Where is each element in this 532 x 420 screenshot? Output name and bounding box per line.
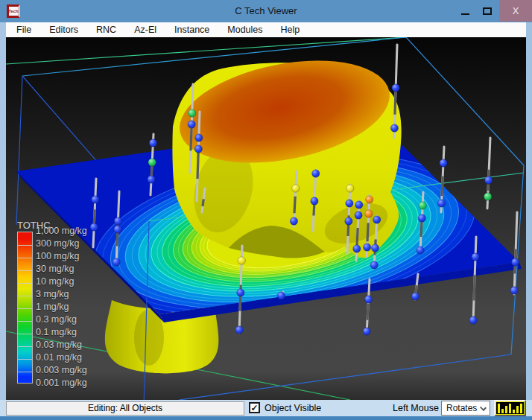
histogram-icon	[495, 401, 525, 415]
sample-sphere-green	[148, 159, 156, 166]
menu-item-instance[interactable]: Instance	[174, 25, 209, 35]
sample-sphere-blue	[353, 245, 361, 252]
sample-sphere-blue	[363, 328, 370, 335]
legend-tick	[18, 296, 32, 296]
sample-sphere-blue	[345, 217, 352, 225]
minimize-button[interactable]	[455, 0, 475, 22]
close-button[interactable]: X	[499, 0, 532, 22]
left-mouse-label: Left Mouse	[393, 403, 439, 413]
checkmark-icon: ✓	[250, 404, 258, 413]
sample-sphere-blue	[370, 261, 378, 269]
sample-sphere-blue	[469, 316, 477, 324]
menu-item-azel[interactable]: Az-El	[134, 25, 156, 35]
legend-tick	[18, 245, 32, 246]
borehole-segment	[357, 228, 358, 246]
sample-sphere-blue	[373, 216, 381, 223]
legend-tick	[18, 359, 32, 360]
legend-label: 0.1 mg/kg	[36, 327, 77, 337]
sample-sphere-blue	[312, 170, 320, 177]
legend-label: 0.03 mg/kg	[36, 340, 82, 350]
sample-sphere-yellow	[346, 185, 354, 192]
sample-sphere-blue	[114, 217, 121, 225]
legend-label: 0.01 mg/kg	[36, 352, 82, 363]
object-visible-checkbox[interactable]: ✓	[249, 402, 260, 413]
sample-sphere-blue	[92, 196, 99, 203]
sample-sphere-blue	[235, 326, 243, 334]
sample-sphere-blue	[194, 145, 202, 153]
window-title: C Tech Viewer	[0, 0, 532, 22]
app-window: Tech C Tech Viewer X FileEditorsRNCAz-El…	[0, 0, 532, 420]
sample-sphere-yellow	[238, 257, 245, 264]
legend-tick	[18, 308, 32, 309]
sample-sphere-blue	[277, 292, 285, 299]
sample-sphere-blue	[511, 258, 519, 266]
sample-sphere-blue	[437, 200, 445, 207]
sample-sphere-blue	[371, 244, 379, 252]
sample-sphere-blue	[237, 289, 244, 296]
borehole-segment	[416, 285, 417, 293]
sample-sphere-blue	[114, 226, 121, 233]
close-icon: X	[513, 5, 519, 16]
3d-viewport[interactable]: TOTHC 1,000 mg/kg300 mg/kg100 mg/kg30 mg…	[6, 37, 526, 400]
legend-tick	[18, 334, 32, 334]
scene-canvas[interactable]	[6, 37, 526, 400]
sample-sphere-green	[484, 193, 491, 200]
borehole-segment	[367, 304, 368, 320]
menu-item-editors[interactable]: Editors	[49, 25, 78, 35]
sample-sphere-blue	[188, 121, 195, 128]
legend-label: 300 mg/kg	[36, 238, 79, 249]
window-frame-right	[526, 22, 532, 417]
chevron-down-icon	[480, 404, 487, 411]
borehole-segment	[197, 152, 198, 179]
sample-sphere-blue	[390, 124, 398, 132]
sample-sphere-blue	[149, 139, 156, 147]
window-frame-left	[0, 22, 6, 417]
title-bar[interactable]: Tech C Tech Viewer X	[0, 0, 532, 22]
status-bar: Editing: All Objects ✓ Object Visible Le…	[0, 400, 532, 416]
sample-sphere-blue	[364, 296, 372, 303]
menu-item-help[interactable]: Help	[281, 25, 300, 35]
sample-sphere-blue	[363, 244, 370, 251]
sample-sphere-blue	[484, 176, 492, 184]
menu-item-file[interactable]: File	[16, 25, 31, 35]
borehole-segment	[442, 176, 443, 196]
sample-sphere-orange	[365, 210, 373, 217]
borehole-segment	[203, 199, 203, 206]
sample-sphere-yellow	[292, 185, 300, 192]
legend-tick	[18, 270, 32, 271]
sample-sphere-blue	[418, 214, 425, 222]
borehole	[277, 292, 285, 299]
legend-label: 100 mg/kg	[36, 251, 79, 261]
legend-label: 10 mg/kg	[36, 276, 74, 287]
maximize-icon	[483, 7, 492, 15]
sample-sphere-blue	[311, 197, 318, 205]
legend-tick	[18, 283, 32, 284]
legend-label: 0.3 mg/kg	[36, 314, 77, 325]
legend-colorbar	[17, 232, 33, 384]
minimize-icon	[461, 13, 469, 15]
menu-bar: FileEditorsRNCAz-ElInstanceModulesHelp	[6, 22, 526, 37]
sample-sphere-blue	[411, 293, 419, 300]
menu-item-rnc[interactable]: RNC	[96, 25, 116, 35]
mouse-mode-dropdown[interactable]: Rotates	[441, 401, 490, 416]
menu-item-modules[interactable]: Modules	[227, 25, 262, 35]
sample-sphere-orange	[366, 196, 373, 203]
histogram-tool-button[interactable]	[494, 400, 526, 416]
sample-sphere-blue	[510, 287, 518, 294]
borehole-segment	[474, 275, 475, 300]
mouse-mode-value: Rotates	[446, 403, 477, 413]
maximize-button[interactable]	[477, 0, 498, 22]
legend-tick	[18, 346, 32, 347]
sample-sphere-blue	[417, 246, 424, 254]
sample-sphere-blue	[290, 217, 297, 225]
sample-sphere-blue	[346, 200, 353, 207]
editing-scope-button[interactable]: Editing: All Objects	[6, 401, 244, 416]
sample-sphere-blue	[440, 159, 447, 167]
sample-sphere-green	[419, 202, 426, 209]
borehole-segment	[367, 223, 368, 241]
sample-sphere-green	[188, 109, 195, 117]
sample-sphere-blue	[355, 211, 362, 219]
legend-label: 30 mg/kg	[36, 264, 74, 274]
legend-label: 0.001 mg/kg	[36, 378, 87, 388]
legend-label: 1 mg/kg	[36, 302, 69, 312]
